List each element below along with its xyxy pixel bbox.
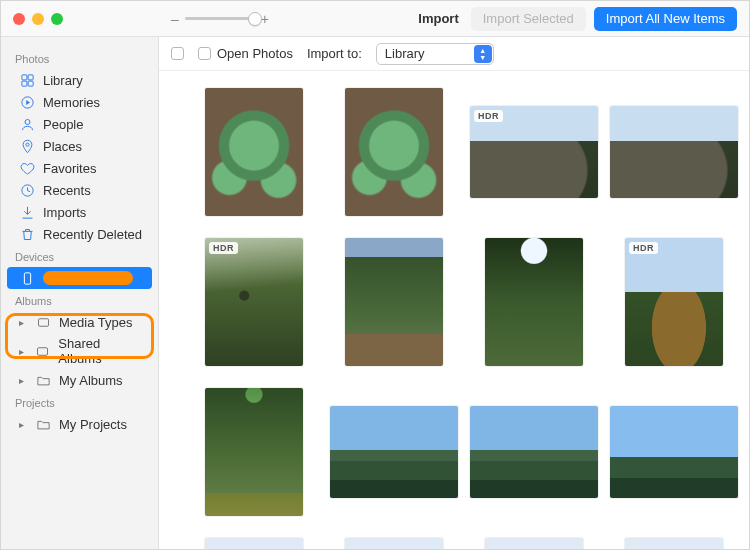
photo-preview: HDR: [625, 238, 723, 366]
close-window-button[interactable]: [13, 13, 25, 25]
sidebar-item-imports[interactable]: Imports: [1, 201, 158, 223]
thumbnail[interactable]: [329, 537, 459, 549]
import-to-value: Library: [385, 46, 425, 61]
photo-preview: [205, 388, 303, 516]
sidebar-section-projects: Projects: [1, 391, 158, 413]
svg-point-7: [25, 143, 28, 146]
photo-preview: [610, 406, 738, 498]
places-icon: [19, 138, 35, 154]
sidebar-item-memories[interactable]: Memories: [1, 91, 158, 113]
sidebar-item-label: Library: [43, 73, 83, 88]
photo-preview: HDR: [470, 106, 598, 198]
chevron-right-icon[interactable]: ▸: [19, 419, 27, 430]
thumbnail[interactable]: HDR: [469, 87, 599, 217]
thumbnail[interactable]: [329, 237, 459, 367]
photo-preview: [610, 106, 738, 198]
slider-track[interactable]: [185, 17, 255, 20]
shared-albums-icon: [35, 343, 51, 359]
import-selected-button[interactable]: Import Selected: [471, 7, 586, 31]
sidebar-item-label: Memories: [43, 95, 100, 110]
sidebar-item-library[interactable]: Library: [1, 69, 158, 91]
sidebar-item-label: People: [43, 117, 83, 132]
thumbnail[interactable]: [609, 87, 739, 217]
memories-icon: [19, 94, 35, 110]
thumbnail[interactable]: [469, 537, 599, 549]
thumbnail[interactable]: HDR: [609, 237, 739, 367]
sidebar-item-recently-deleted[interactable]: Recently Deleted: [1, 223, 158, 245]
thumbnail-grid[interactable]: HDRHDRHDR: [159, 71, 749, 549]
recents-icon: [19, 182, 35, 198]
photo-preview: [205, 538, 303, 549]
thumbnail[interactable]: [329, 387, 459, 517]
svg-rect-3: [28, 81, 33, 86]
thumbnail[interactable]: [329, 87, 459, 217]
select-all-checkbox[interactable]: [171, 47, 184, 60]
sidebar-item-favorites[interactable]: Favorites: [1, 157, 158, 179]
select-arrows-icon: ▲▼: [474, 45, 492, 63]
open-photos-option[interactable]: Open Photos: [198, 46, 293, 61]
sidebar-item-device[interactable]: [7, 267, 152, 289]
photo-preview: [345, 238, 443, 366]
device-icon: [19, 270, 35, 286]
photo-preview: [625, 538, 723, 549]
thumbnail[interactable]: [189, 537, 319, 549]
thumbnail[interactable]: [189, 387, 319, 517]
svg-rect-10: [38, 318, 48, 326]
photo-preview: [485, 238, 583, 366]
sidebar-item-label: Media Types: [59, 315, 132, 330]
svg-point-6: [25, 119, 30, 124]
sidebar: Photos Library Memories People Places Fa…: [1, 37, 159, 549]
sidebar-item-media-types[interactable]: ▸ Media Types: [1, 311, 158, 333]
sidebar-item-label: Imports: [43, 205, 86, 220]
open-photos-checkbox[interactable]: [198, 47, 211, 60]
sidebar-item-places[interactable]: Places: [1, 135, 158, 157]
sidebar-section-albums: Albums: [1, 289, 158, 311]
sidebar-item-label: Places: [43, 139, 82, 154]
chevron-right-icon[interactable]: ▸: [19, 317, 27, 328]
sidebar-item-label: Favorites: [43, 161, 96, 176]
sidebar-item-label: My Projects: [59, 417, 127, 432]
photo-preview: [345, 88, 443, 216]
media-types-icon: [35, 314, 51, 330]
sidebar-item-my-projects[interactable]: ▸ My Projects: [1, 413, 158, 435]
hdr-badge: HDR: [629, 242, 658, 254]
people-icon: [19, 116, 35, 132]
svg-rect-2: [21, 81, 26, 86]
thumbnail[interactable]: [609, 387, 739, 517]
chevron-right-icon[interactable]: ▸: [19, 346, 27, 357]
import-to-select[interactable]: Library ▲▼: [376, 43, 494, 65]
sidebar-section-photos: Photos: [1, 47, 158, 69]
main-pane: Open Photos Import to: Library ▲▼ HDRHDR…: [159, 37, 749, 549]
imports-icon: [19, 204, 35, 220]
sidebar-item-label: Recents: [43, 183, 91, 198]
photo-preview: [345, 538, 443, 549]
hdr-badge: HDR: [474, 110, 503, 122]
svg-rect-0: [21, 74, 26, 79]
sidebar-item-my-albums[interactable]: ▸ My Albums: [1, 369, 158, 391]
svg-marker-5: [26, 100, 30, 105]
app-window: – + Import Import Selected Import All Ne…: [0, 0, 750, 550]
open-photos-label: Open Photos: [217, 46, 293, 61]
hdr-badge: HDR: [209, 242, 238, 254]
sidebar-item-label: My Albums: [59, 373, 123, 388]
thumbnail[interactable]: [469, 387, 599, 517]
sidebar-item-people[interactable]: People: [1, 113, 158, 135]
sidebar-section-devices: Devices: [1, 245, 158, 267]
photo-preview: [470, 406, 598, 498]
import-all-button[interactable]: Import All New Items: [594, 7, 737, 31]
slider-knob[interactable]: [248, 12, 262, 26]
thumbnail[interactable]: [609, 537, 739, 549]
sidebar-item-label: Shared Albums: [58, 336, 144, 366]
sidebar-item-shared-albums[interactable]: ▸ Shared Albums: [1, 333, 158, 369]
thumbnail[interactable]: [469, 237, 599, 367]
thumbnail[interactable]: HDR: [189, 237, 319, 367]
zoom-window-button[interactable]: [51, 13, 63, 25]
thumbnail-zoom-slider[interactable]: – +: [71, 11, 269, 27]
trash-icon: [19, 226, 35, 242]
titlebar: – + Import Import Selected Import All Ne…: [1, 1, 749, 37]
thumbnail[interactable]: [189, 87, 319, 217]
sidebar-item-recents[interactable]: Recents: [1, 179, 158, 201]
chevron-right-icon[interactable]: ▸: [19, 375, 27, 386]
sidebar-item-label: Recently Deleted: [43, 227, 142, 242]
minimize-window-button[interactable]: [32, 13, 44, 25]
